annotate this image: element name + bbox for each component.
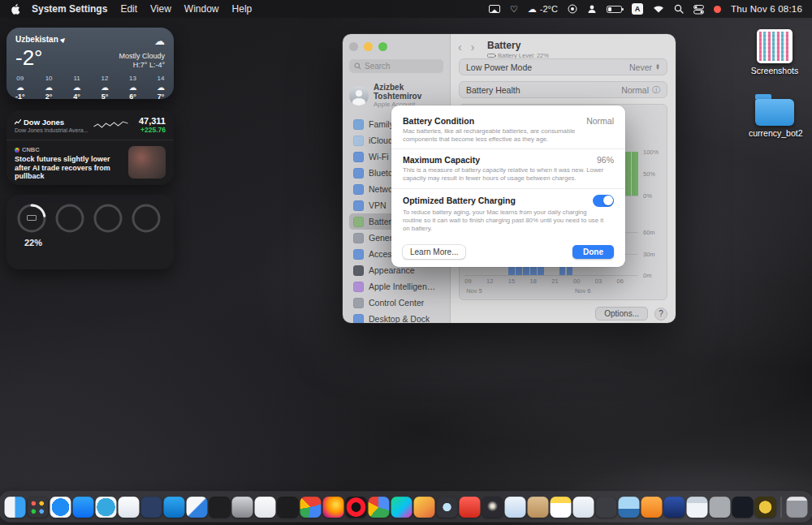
general-icon: [353, 233, 364, 243]
desktop-icon-label: currency_bot2: [749, 128, 801, 138]
menu-item[interactable]: Window: [184, 3, 219, 15]
dock-icon-firefox[interactable]: [323, 497, 344, 518]
stocks-widget[interactable]: Dow Jones Dow Jones Industrial Avera... …: [6, 110, 174, 185]
close-button[interactable]: [349, 42, 358, 51]
dock-icon-opera[interactable]: [346, 497, 367, 518]
dock-icon-navy-app[interactable]: [664, 497, 685, 518]
done-button[interactable]: Done: [572, 245, 614, 259]
dock-icon-grid-gray[interactable]: [710, 497, 731, 518]
dock-icon-messages-dark[interactable]: [141, 497, 162, 518]
screen-mirroring-icon[interactable]: [489, 5, 500, 14]
hour-temp-label: 7°: [158, 93, 165, 101]
recording-indicator-dot[interactable]: [714, 6, 721, 13]
menu-bar-status: ♡ ☁ -2°C A Thu Nov 6 08:16: [489, 3, 802, 15]
dock-icon-sparkle-dark[interactable]: [482, 497, 503, 518]
weather-condition-label: Mostly Cloudy: [119, 52, 165, 62]
options-button[interactable]: Options...: [595, 307, 648, 321]
menu-item[interactable]: Help: [232, 3, 253, 15]
dock-icon-photos-landscape[interactable]: [619, 497, 640, 518]
dock-icon-gold-badge[interactable]: [755, 497, 776, 518]
weather-hourly-forecast: 09 ☁ -1° 10 ☁ 2° 11 ☁ 4° 12: [15, 75, 165, 101]
dock-icon-chromium[interactable]: [369, 497, 390, 518]
dock-icon-parallels[interactable]: [255, 497, 276, 518]
dock-icon-calculator[interactable]: [278, 497, 299, 518]
dock-icon-dark-app[interactable]: [209, 497, 231, 518]
battery-status-icon[interactable]: [607, 6, 622, 13]
cloud-icon: ☁: [528, 4, 537, 15]
menu-item[interactable]: System Settings: [32, 3, 107, 15]
x-axis-tick-label: 21: [551, 278, 558, 285]
dialog-row-value: 96%: [597, 155, 614, 165]
apple-menu-icon[interactable]: [10, 3, 20, 15]
search-icon[interactable]: [674, 4, 684, 14]
x-axis-tick-label: 18: [530, 278, 537, 285]
dock-icon-telegram[interactable]: [96, 497, 117, 518]
badge-icon[interactable]: [568, 4, 577, 14]
dock-icon-notes[interactable]: [551, 497, 572, 518]
sidebar-item-label: Desktop & Dock: [369, 314, 430, 323]
zoom-button[interactable]: [378, 42, 387, 51]
trash-icon[interactable]: [787, 497, 808, 518]
dock-icon-mail[interactable]: [119, 497, 140, 518]
dialog-rows: Battery Condition Normal Mac batteries, …: [391, 110, 625, 238]
desktop-icon-screenshots[interactable]: Screenshots: [749, 29, 801, 75]
battery-ring-empty: [54, 203, 85, 234]
desktop-icon-folder[interactable]: currency_bot2: [749, 94, 801, 138]
sidebar-item[interactable]: Desktop & Dock: [349, 311, 443, 323]
sidebar-item[interactable]: Control Center: [349, 295, 443, 311]
chart-bar: [624, 152, 631, 196]
x-axis-tick-label: 09: [464, 278, 471, 285]
weather-status[interactable]: ☁ -2°C: [528, 4, 558, 15]
info-icon[interactable]: ⓘ: [652, 84, 660, 96]
menu-item[interactable]: Edit: [120, 3, 137, 15]
hour-label: 13: [129, 75, 136, 82]
help-button[interactable]: ?: [654, 308, 667, 321]
dock-icon-facetime[interactable]: [573, 497, 594, 518]
hour-label: 11: [73, 75, 80, 82]
weather-widget[interactable]: Uzbekistan ▶ ☁ -2° Mostly Cloudy H:7° L:…: [6, 28, 174, 99]
dock-icon-finder[interactable]: [5, 497, 26, 518]
menu-bar-clock[interactable]: Thu Nov 6 08:16: [731, 4, 802, 14]
dock-icon-files-tan[interactable]: [528, 497, 549, 518]
dock-icon-system-settings[interactable]: [232, 497, 253, 518]
stock-symbol: Dow Jones: [24, 118, 64, 127]
family-icon: [353, 119, 364, 130]
dock-icon-sublime[interactable]: [414, 497, 435, 518]
wifi-icon[interactable]: [653, 5, 664, 13]
stock-change: +225.76: [139, 126, 166, 134]
x-axis-tick-label: 03: [595, 278, 602, 285]
dock-icon-launchpad[interactable]: [28, 497, 49, 518]
battery-widget[interactable]: 22%: [6, 195, 174, 269]
search-icon: [354, 62, 361, 70]
sidebar-item[interactable]: Apple Intelligence & Siri: [349, 278, 443, 295]
dock-icon-chrome[interactable]: [300, 497, 322, 518]
dock-icon-terminal-light[interactable]: [687, 497, 708, 518]
dock-icon-red-app[interactable]: [460, 497, 481, 518]
dock-icon-dark-navy[interactable]: [732, 497, 754, 518]
dock-icon-app-store[interactable]: [73, 497, 94, 518]
dock-icon-orange-app[interactable]: [641, 497, 663, 518]
dock-icon-light-blue-app[interactable]: [505, 497, 526, 518]
forward-button[interactable]: ›: [471, 41, 475, 54]
minimize-button[interactable]: [364, 42, 373, 51]
hourly-forecast-item: 12 ☁ 5°: [101, 75, 109, 101]
dock-icon-dark-gear[interactable]: [596, 497, 617, 518]
optimized-charging-toggle[interactable]: [593, 195, 614, 207]
user-status-icon[interactable]: [587, 4, 597, 14]
back-button[interactable]: ‹: [458, 41, 462, 54]
dock-icon-vscode[interactable]: [164, 497, 185, 518]
control-center-icon[interactable]: [693, 4, 704, 15]
learn-more-button[interactable]: Learn More...: [403, 245, 465, 259]
dock-icon-pycharm[interactable]: [391, 497, 412, 518]
menu-item[interactable]: View: [150, 3, 171, 15]
dock-icon-safari[interactable]: [50, 497, 71, 518]
sidebar-account-row[interactable]: Azizbek Toshtemirov Apple Account: [349, 83, 443, 108]
input-source-indicator[interactable]: A: [632, 3, 643, 15]
dock-icon-photo-booth[interactable]: [437, 497, 458, 518]
battery-health-label: Battery Health: [466, 85, 520, 95]
low-power-mode-popup[interactable]: Never ▲▼: [629, 62, 660, 72]
dock-icon-pages[interactable]: [187, 497, 208, 518]
heart-icon[interactable]: ♡: [510, 4, 518, 15]
battery-sidebar-icon: [353, 217, 364, 227]
sidebar-search-field[interactable]: Search: [349, 59, 443, 73]
